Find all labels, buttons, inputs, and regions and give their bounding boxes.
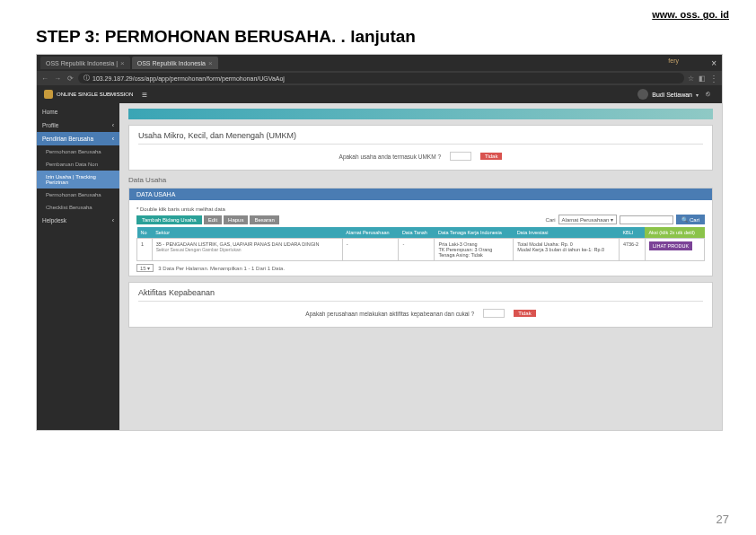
cell-alamat: - xyxy=(342,239,399,261)
chevron-left-icon: ‹ xyxy=(112,217,114,224)
kepabeanan-answer-badge: Tidak xyxy=(514,310,535,317)
app-name: ONLINE SINGLE SUBMISSION xyxy=(57,92,133,97)
progress-banner xyxy=(128,109,713,119)
browser-window: OSS Republik Indonesia | × OSS Republik … xyxy=(36,54,723,431)
star-icon[interactable]: ☆ xyxy=(688,75,694,83)
sidebar-item-izin-usaha[interactable]: Izin Usaha | Tracking Perizinan xyxy=(37,171,119,189)
col-no: No xyxy=(137,227,153,239)
kepabeanan-toggle[interactable] xyxy=(483,309,505,318)
avatar-icon xyxy=(637,89,648,100)
app-logo: ONLINE SINGLE SUBMISSION ≡ xyxy=(44,90,147,100)
data-usaha-table: No Sektor Alamat Perusahaan Data Tanah D… xyxy=(136,227,705,261)
cell-tenaga: Pria Laki-3 Orang TK Perempuan: 3 Orang … xyxy=(435,239,514,261)
umkm-card: Usaha Mikro, Kecil, dan Menengah (UMKM) … xyxy=(128,125,713,171)
browser-tab[interactable]: OSS Republik Indonesia × xyxy=(132,57,218,69)
tab-bar: OSS Republik Indonesia | × OSS Republik … xyxy=(37,55,722,71)
kepabeanan-question: Apakah perusahaan melakukan aktifitas ke… xyxy=(305,311,474,317)
delete-button[interactable]: Hapus xyxy=(224,215,248,224)
cell-no: 1 xyxy=(137,239,153,261)
search-input[interactable] xyxy=(620,215,673,224)
col-aksi: Aksi (klik 2x utk detil) xyxy=(645,227,704,239)
chevron-down-icon: ▾ xyxy=(696,92,699,98)
browser-tab[interactable]: OSS Republik Indonesia | × xyxy=(40,57,130,69)
back-icon[interactable]: ← xyxy=(40,74,49,83)
col-sektor: Sektor xyxy=(152,227,342,239)
search-select[interactable]: Alamat Perusahaan ▾ xyxy=(558,215,617,224)
profile-label: fery xyxy=(668,57,679,64)
step-title: STEP 3: PERMOHONAN BERUSAHA. . lanjutan xyxy=(36,27,416,47)
data-usaha-card: DATA USAHA * Double klik baris untuk mel… xyxy=(128,188,713,276)
lihat-produk-button[interactable]: LIHAT PRODUK xyxy=(649,241,692,250)
user-name: Budi Setiawan xyxy=(652,92,692,98)
besaran-button[interactable]: Besaran xyxy=(250,215,278,224)
main-content: Usaha Mikro, Kecil, dan Menengah (UMKM) … xyxy=(119,103,722,430)
search-label: Cari xyxy=(546,217,556,223)
sidebar-item-permohonan[interactable]: Permohonan Berusaha xyxy=(37,145,119,158)
umkm-answer-badge: Tidak xyxy=(480,153,502,160)
address-input[interactable]: ⓘ 103.29.187.29/oss/app/app/permohonan/f… xyxy=(78,73,684,83)
chevron-left-icon: ‹ xyxy=(112,122,114,128)
search-button[interactable]: 🔍Cari xyxy=(676,215,705,224)
pager-info: 3 Data Per Halaman. Menampilkan 1 - 1 Da… xyxy=(158,266,285,271)
cell-aksi: LIHAT PRODUK xyxy=(645,239,704,261)
header-url-link[interactable]: www. oss. go. id xyxy=(652,9,729,20)
forward-icon[interactable]: → xyxy=(53,74,62,83)
extension-icon[interactable]: ◧ xyxy=(699,75,706,83)
window-close-icon[interactable]: × xyxy=(711,58,716,68)
pager: 15 ▾ 3 Data Per Halaman. Menampilkan 1 -… xyxy=(136,264,705,272)
sidebar-item-pendirian[interactable]: Pendirian Berusaha‹ xyxy=(37,132,119,145)
hamburger-icon[interactable]: ≡ xyxy=(142,90,147,100)
add-button[interactable]: Tambah Bidang Usaha xyxy=(136,215,202,224)
sidebar-item-pembaruan[interactable]: Pembaruan Data Non xyxy=(37,158,119,171)
tab-label: OSS Republik Indonesia | xyxy=(46,60,118,66)
reload-icon[interactable]: ⟳ xyxy=(66,74,75,83)
col-tenaga: Data Tenaga Kerja Indonesia xyxy=(435,227,514,239)
tab-label: OSS Republik Indonesia xyxy=(137,60,206,66)
menu-icon[interactable]: ⋮ xyxy=(709,74,718,83)
card-title: Aktifitas Kepabeanan xyxy=(138,288,703,297)
cell-investasi: Total Modal Usaha: Rp. 0 Modal Kerja 3 b… xyxy=(514,239,620,261)
cell-sektor: 35 - PENGADAAN LISTRIK, GAS, UAP/AIR PAN… xyxy=(152,239,342,261)
address-text: 103.29.187.29/oss/app/app/permohonan/for… xyxy=(92,75,285,82)
chevron-left-icon: ‹ xyxy=(112,136,114,142)
kepabeanan-card: Aktifitas Kepabeanan Apakah perusahaan m… xyxy=(128,282,713,328)
sidebar: Home Profile‹ Pendirian Berusaha‹ Permoh… xyxy=(37,103,119,430)
sidebar-item-home[interactable]: Home xyxy=(37,105,119,118)
sidebar-item-helpdesk[interactable]: Helpdesk‹ xyxy=(37,214,119,227)
cell-tanah: - xyxy=(399,239,435,261)
page-number: 27 xyxy=(716,513,729,526)
close-icon[interactable]: × xyxy=(120,59,125,67)
sidebar-item-checklist[interactable]: Checklist Berusaha xyxy=(37,201,119,214)
col-kbli: KBLI xyxy=(619,227,645,239)
card-title: Usaha Mikro, Kecil, dan Menengah (UMKM) xyxy=(138,131,703,140)
user-menu[interactable]: Budi Setiawan ▾ ⎋ xyxy=(637,89,715,100)
app-header: ONLINE SINGLE SUBMISSION ≡ Budi Setiawan… xyxy=(37,85,722,103)
address-bar: ← → ⟳ ⓘ 103.29.187.29/oss/app/app/permoh… xyxy=(37,71,722,85)
table-row[interactable]: 1 35 - PENGADAAN LISTRIK, GAS, UAP/AIR P… xyxy=(137,239,705,261)
logout-icon[interactable]: ⎋ xyxy=(706,90,715,99)
note-text: * Double klik baris untuk melihat data xyxy=(136,206,705,212)
sidebar-item-permohonan2[interactable]: Permohonan Berusaha xyxy=(37,189,119,201)
page-size-select[interactable]: 15 ▾ xyxy=(136,264,154,272)
col-tanah: Data Tanah xyxy=(399,227,435,239)
data-usaha-bar: DATA USAHA xyxy=(129,189,712,200)
section-label: Data Usaha xyxy=(128,176,713,184)
cell-kbli: 4736-2 xyxy=(619,239,645,261)
umkm-toggle[interactable] xyxy=(450,152,471,161)
close-icon[interactable]: × xyxy=(208,59,213,67)
col-alamat: Alamat Perusahaan xyxy=(342,227,399,239)
edit-button[interactable]: Edit xyxy=(204,215,222,224)
col-investasi: Data Investasi xyxy=(514,227,620,239)
umkm-question: Apakah usaha anda termasuk UMKM ? xyxy=(339,153,441,160)
logo-badge-icon xyxy=(44,90,53,99)
search-icon: 🔍 xyxy=(681,216,688,223)
info-icon: ⓘ xyxy=(84,74,90,83)
sidebar-item-profile[interactable]: Profile‹ xyxy=(37,118,119,132)
